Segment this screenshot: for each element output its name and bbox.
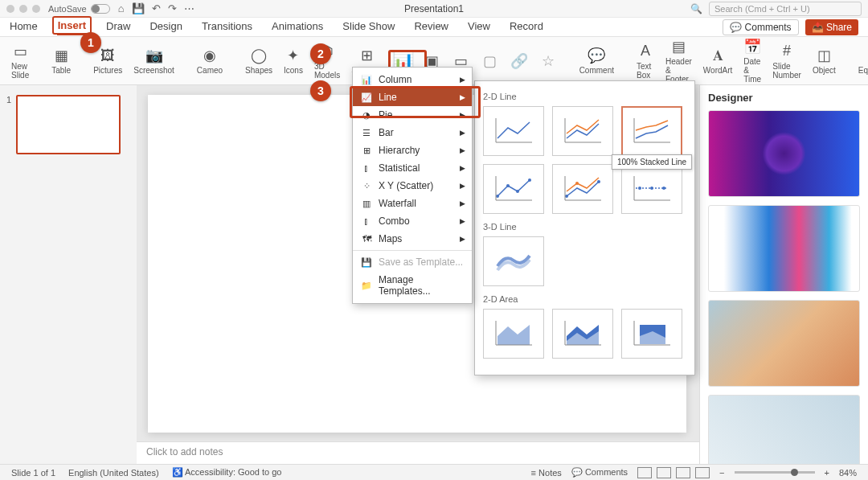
design-suggestion-2[interactable] xyxy=(708,205,860,292)
textbox-button[interactable]: AText Box xyxy=(633,43,657,80)
sorter-view-icon[interactable] xyxy=(657,467,671,478)
home-icon[interactable]: ⌂ xyxy=(118,2,125,14)
max-dot[interactable] xyxy=(32,5,40,13)
chart-menu-line[interactable]: 📈Line▶ xyxy=(353,88,472,106)
pie-icon: ◔ xyxy=(361,109,372,121)
design-suggestion-1[interactable] xyxy=(708,110,860,197)
link-button[interactable]: 🔗 xyxy=(507,52,531,70)
chart-line[interactable] xyxy=(483,106,544,156)
chart-menu-statistical[interactable]: ⫿Statistical▶ xyxy=(353,159,472,177)
bar-label: Bar xyxy=(379,127,394,138)
zoom-in[interactable]: + xyxy=(825,468,829,478)
close-dot[interactable] xyxy=(6,5,14,13)
chart-menu-manage-templates[interactable]: 📁Manage Templates... xyxy=(353,271,472,300)
wordart-button[interactable]: 𝐀WordArt xyxy=(700,47,736,75)
reading-view-icon[interactable] xyxy=(676,467,690,478)
new-slide-button[interactable]: ▭New Slide xyxy=(8,43,32,80)
chart-menu-hierarchy[interactable]: ⊞Hierarchy▶ xyxy=(353,142,472,159)
accessibility-status[interactable]: ♿ Accessibility: Good to go xyxy=(172,467,282,478)
chart-100-stacked-area[interactable] xyxy=(621,309,682,359)
comments-button[interactable]: 💬 Comments xyxy=(723,19,798,35)
normal-view-icon[interactable] xyxy=(637,467,652,478)
status-comments[interactable]: 💬 Comments xyxy=(571,467,628,478)
tab-slideshow[interactable]: Slide Show xyxy=(342,20,395,35)
equation-button[interactable]: πEquation xyxy=(855,47,868,75)
status-notes[interactable]: ≡ Notes xyxy=(531,468,562,478)
chart-menu-maps[interactable]: 🗺Maps▶ xyxy=(353,230,472,248)
chart-line-markers[interactable] xyxy=(483,164,544,214)
chart-menu-waterfall[interactable]: ▥Waterfall▶ xyxy=(353,195,472,212)
design-suggestion-4[interactable] xyxy=(708,395,860,464)
tab-view[interactable]: View xyxy=(468,20,490,35)
share-label: Share xyxy=(826,22,852,33)
autosave-toggle[interactable]: AutoSave xyxy=(48,4,110,14)
shapes-button[interactable]: ◯Shapes xyxy=(242,47,276,75)
tab-insert[interactable]: Insert xyxy=(57,19,87,35)
thumbnail-1[interactable]: 1 xyxy=(6,95,130,154)
chart-menu-pie[interactable]: ◔Pie▶ xyxy=(353,106,472,124)
chart-menu-scatter[interactable]: ⁘X Y (Scatter)▶ xyxy=(353,177,472,195)
slideshow-view-icon[interactable] xyxy=(695,467,710,478)
hierarchy-label: Hierarchy xyxy=(379,145,420,156)
toggle-switch[interactable] xyxy=(91,4,110,14)
language-status[interactable]: English (United States) xyxy=(68,468,159,478)
submenu-arrow-icon: ▶ xyxy=(460,182,465,190)
designer-panel: Designer xyxy=(699,85,868,464)
designer-title: Designer xyxy=(708,92,860,104)
chart-stacked-line-markers[interactable] xyxy=(552,164,613,214)
action-button[interactable]: ☆ xyxy=(536,52,560,70)
undo-icon[interactable]: ↶ xyxy=(152,2,161,14)
more-icon[interactable]: ⋯ xyxy=(184,2,194,14)
screenshot-button[interactable]: 📷Screenshot xyxy=(130,47,178,75)
notes-pane[interactable]: Click to add notes xyxy=(137,441,699,464)
save-icon[interactable]: 💾 xyxy=(132,2,145,14)
slide-count: Slide 1 of 1 xyxy=(11,468,55,478)
tab-draw[interactable]: Draw xyxy=(106,20,130,35)
slide-thumbnails-panel[interactable]: 1 xyxy=(0,85,137,464)
zoom-level[interactable]: 84% xyxy=(839,468,857,478)
share-button[interactable]: 📤 Share xyxy=(805,19,858,35)
chart-menu-bar[interactable]: ☰Bar▶ xyxy=(353,124,472,142)
shapes-icon: ◯ xyxy=(250,47,268,64)
tab-design[interactable]: Design xyxy=(149,20,182,35)
comment-button[interactable]: 💬Comment xyxy=(576,47,617,75)
zoom-slider[interactable] xyxy=(735,471,815,474)
object-button[interactable]: ◫Object xyxy=(809,47,839,75)
redo-icon[interactable]: ↷ xyxy=(168,2,177,14)
combo-label: Combo xyxy=(379,215,410,227)
tab-transitions[interactable]: Transitions xyxy=(202,20,252,35)
pictures-label: Pictures xyxy=(93,66,122,75)
tab-animations[interactable]: Animations xyxy=(272,20,323,35)
design-suggestion-3[interactable] xyxy=(708,300,860,387)
line-icon: 📈 xyxy=(361,92,372,103)
svg-point-6 xyxy=(496,195,499,198)
zoom-icon: ▢ xyxy=(481,52,499,70)
chart-menu-column[interactable]: 📊Column▶ xyxy=(353,71,472,88)
tab-home[interactable]: Home xyxy=(10,20,38,35)
chart-area[interactable] xyxy=(483,309,544,359)
window-controls[interactable] xyxy=(6,5,40,13)
tab-review[interactable]: Review xyxy=(414,20,448,35)
thumb-preview[interactable] xyxy=(16,95,121,154)
svg-point-8 xyxy=(516,190,519,193)
icons-button[interactable]: ✦Icons xyxy=(280,47,306,75)
datetime-button[interactable]: 📅Date & Time xyxy=(740,38,764,84)
min-dot[interactable] xyxy=(19,5,27,13)
tab-record[interactable]: Record xyxy=(510,20,543,35)
chart-100-stacked-line-markers[interactable] xyxy=(621,164,682,214)
chart-3d-line[interactable] xyxy=(483,236,544,286)
zoom-button[interactable]: ▢ xyxy=(478,52,502,70)
header-footer-button[interactable]: ▤Header & Footer xyxy=(662,38,695,84)
slideno-button[interactable]: #Slide Number xyxy=(769,43,805,80)
combo-icon: ⫿ xyxy=(361,215,372,227)
chart-stacked-line[interactable] xyxy=(552,106,613,156)
table-button[interactable]: ▦Table xyxy=(48,47,74,75)
search-input[interactable]: Search (Cmd + Ctrl + U) xyxy=(709,2,862,16)
search-icon: 🔍 xyxy=(690,3,702,14)
chart-stacked-area[interactable] xyxy=(552,309,613,359)
cameo-button[interactable]: ◉Cameo xyxy=(194,47,226,75)
chart-menu-combo[interactable]: ⫿Combo▶ xyxy=(353,212,472,230)
zoom-out[interactable]: − xyxy=(719,468,724,478)
object-icon: ◫ xyxy=(815,47,833,64)
chart-100-stacked-line[interactable]: 100% Stacked Line xyxy=(621,106,682,156)
